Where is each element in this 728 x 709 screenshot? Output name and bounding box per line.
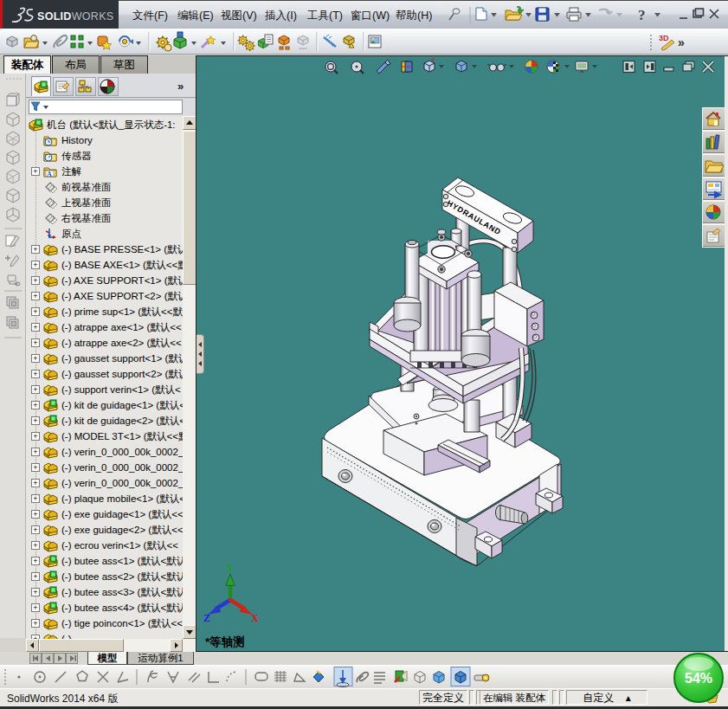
svg-text:3D: 3D <box>659 34 669 42</box>
svg-text:SOLIDWORKS: SOLIDWORKS <box>37 10 113 23</box>
svg-text:?: ? <box>638 7 646 23</box>
svg-text:54%: 54% <box>685 671 712 686</box>
svg-text:X: X <box>251 612 259 624</box>
svg-text:»: » <box>678 35 685 49</box>
svg-text:Y: Y <box>226 562 234 574</box>
svg-text:A: A <box>47 171 52 178</box>
svg-text:Z: Z <box>203 612 210 624</box>
